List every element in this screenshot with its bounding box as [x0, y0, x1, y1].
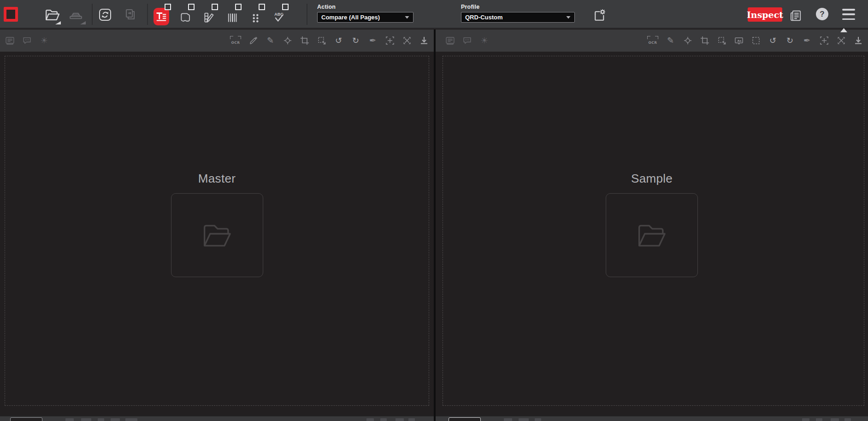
crosshair-icon[interactable] — [682, 35, 693, 46]
profile-field: Profile QRD-Custom — [461, 4, 575, 23]
ocr-region-icon[interactable]: OCR — [230, 36, 242, 45]
brightness-icon[interactable]: ☀ — [479, 35, 490, 46]
page-info-icon[interactable] — [5, 35, 15, 46]
refresh-icon[interactable]: ↺ — [768, 35, 778, 46]
graphics-inspection-toggle[interactable] — [177, 3, 193, 27]
brightness-icon[interactable]: ☀ — [39, 35, 49, 46]
profile-dropdown[interactable]: QRD-Custom — [461, 12, 575, 23]
pencil-icon[interactable]: ✎ — [665, 35, 676, 46]
status-icon-stub[interactable] — [396, 418, 404, 421]
pages-arrow-icon — [124, 7, 138, 22]
spelling-inspection-checkbox[interactable] — [282, 4, 289, 10]
add-region-icon[interactable] — [819, 35, 829, 46]
marquee-zoom-icon[interactable] — [716, 35, 727, 46]
report-panel-button[interactable] — [787, 7, 804, 24]
status-icon-stub[interactable] — [844, 418, 851, 421]
sample-label: Sample — [631, 172, 673, 186]
status-icon-stub[interactable] — [65, 418, 74, 421]
status-icon-stub[interactable] — [125, 418, 137, 421]
pencil-icon[interactable]: ✎ — [265, 35, 276, 46]
sample-panel-toolbar: ☀ OCR ✎ ↺ — [436, 30, 868, 52]
text-inspection-checkbox[interactable] — [165, 4, 171, 10]
status-icon-stub[interactable] — [802, 418, 809, 421]
fit-arrows-icon[interactable] — [836, 35, 846, 46]
spelling-inspection-icon: ABC — [272, 11, 286, 24]
status-icon-stub[interactable] — [519, 418, 529, 421]
refresh-icon[interactable]: ↺ — [333, 35, 344, 46]
sync-convert-icon — [98, 7, 112, 22]
status-icon-stub[interactable] — [366, 418, 374, 421]
inspection-mode-group: ABC — [154, 3, 287, 27]
rotate-icon[interactable]: ↻ — [785, 35, 795, 46]
color-inspection-icon — [202, 11, 215, 24]
folder-open-icon — [197, 219, 237, 251]
text-inspection-toggle[interactable] — [154, 3, 169, 27]
status-icon-stub[interactable] — [81, 418, 91, 421]
selection-region-icon[interactable] — [750, 35, 761, 46]
master-page-indicator[interactable] — [10, 417, 42, 421]
refresh-glyph: ↺ — [769, 36, 776, 45]
main-toolbar: ABC Action Compare (All Pages) Profile Q… — [0, 0, 868, 29]
status-icon-stub[interactable] — [504, 418, 512, 421]
crosshair-icon[interactable] — [282, 35, 293, 46]
braille-inspection-toggle[interactable] — [248, 3, 263, 27]
action-value: Compare (All Pages) — [321, 14, 380, 21]
sample-open-file-box[interactable] — [606, 193, 698, 277]
display-preview-icon[interactable] — [733, 35, 744, 46]
graphics-inspection-checkbox[interactable] — [188, 4, 195, 10]
graphics-inspection-icon — [178, 11, 192, 24]
folder-open-icon — [44, 7, 59, 23]
open-file-button[interactable] — [43, 6, 60, 23]
toolbar-divider — [147, 4, 148, 25]
duplicate-pages-button[interactable] — [123, 6, 139, 23]
braille-inspection-checkbox[interactable] — [259, 4, 265, 10]
chevron-down-icon — [566, 16, 571, 19]
comments-icon[interactable] — [462, 35, 472, 46]
spelling-inspection-toggle[interactable]: ABC — [271, 3, 287, 27]
action-label: Action — [317, 4, 413, 10]
eyedropper-icon[interactable]: ✒ — [367, 35, 378, 46]
inspect-button[interactable]: Inspect — [748, 7, 782, 22]
pencil-glyph: ✎ — [267, 36, 274, 45]
status-icon-stub[interactable] — [408, 418, 415, 421]
barcode-inspection-toggle[interactable] — [224, 3, 240, 27]
master-dropzone: Master — [0, 172, 434, 277]
add-region-icon[interactable] — [384, 35, 395, 46]
app-logo — [4, 7, 18, 22]
color-inspection-toggle[interactable] — [201, 3, 216, 27]
color-inspection-checkbox[interactable] — [212, 4, 218, 10]
sample-page-indicator[interactable] — [449, 417, 481, 421]
convert-files-button[interactable] — [97, 6, 113, 23]
scan-button[interactable] — [67, 6, 84, 23]
profile-settings-button[interactable] — [590, 7, 607, 24]
eyedropper-icon[interactable]: ✒ — [802, 35, 812, 46]
help-button[interactable]: ? — [816, 8, 828, 20]
status-icon-stub[interactable] — [816, 418, 822, 421]
status-icon-stub[interactable] — [380, 418, 387, 421]
menu-button[interactable] — [842, 9, 855, 20]
sample-panel: Sample — [436, 52, 868, 416]
status-icon-stub[interactable] — [535, 418, 541, 421]
crop-icon[interactable] — [299, 35, 310, 46]
export-icon[interactable] — [419, 35, 429, 46]
status-icon-stub[interactable] — [111, 418, 120, 421]
barcode-inspection-checkbox[interactable] — [235, 4, 242, 10]
master-label: Master — [198, 172, 236, 186]
annotate-add-icon[interactable] — [248, 35, 259, 46]
marquee-zoom-icon[interactable] — [316, 35, 327, 46]
ocr-region-icon[interactable]: OCR — [647, 36, 659, 45]
pencil-glyph: ✎ — [667, 36, 674, 45]
rotate-icon[interactable]: ↻ — [350, 35, 361, 46]
status-icon-stub[interactable] — [831, 418, 839, 421]
action-dropdown[interactable]: Compare (All Pages) — [317, 12, 413, 23]
eyedropper-glyph: ✒ — [803, 36, 810, 45]
crop-icon[interactable] — [699, 35, 710, 46]
status-icon-stub[interactable] — [98, 418, 104, 421]
export-icon[interactable] — [853, 35, 863, 46]
fit-arrows-icon[interactable] — [402, 35, 412, 46]
eyedropper-glyph: ✒ — [369, 36, 376, 45]
master-open-file-box[interactable] — [171, 193, 263, 277]
page-info-icon[interactable] — [445, 35, 455, 46]
sun-glyph: ☀ — [480, 36, 488, 45]
comments-icon[interactable] — [22, 35, 32, 46]
